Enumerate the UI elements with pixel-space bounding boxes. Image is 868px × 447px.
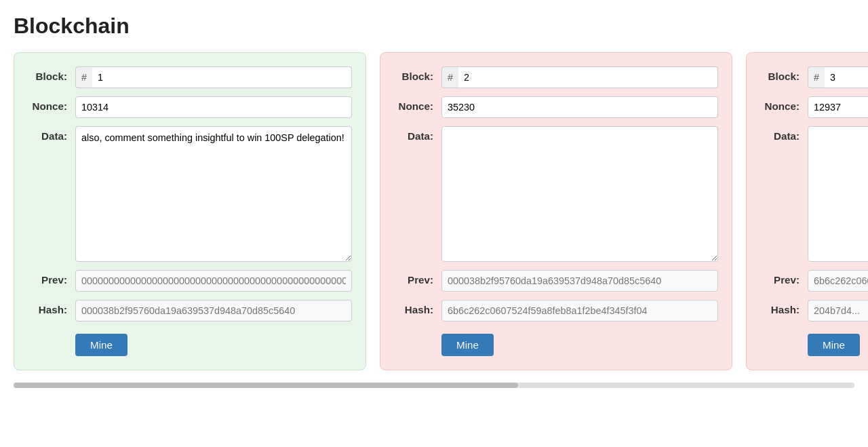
data-label: Data: <box>394 126 441 142</box>
nonce-input-wrapper <box>808 96 868 118</box>
prev-row: Prev: <box>394 270 718 292</box>
hash-prefix-symbol: # <box>441 66 458 88</box>
data-input-wrapper <box>808 126 868 262</box>
block-label: Block: <box>760 66 808 82</box>
data-label: Data: <box>28 126 75 142</box>
hash-value-input[interactable] <box>808 300 868 322</box>
hash-input-wrapper <box>75 300 352 322</box>
scrollbar-track[interactable] <box>14 383 854 388</box>
prev-hash-input[interactable] <box>75 270 352 292</box>
data-textarea[interactable] <box>441 126 718 262</box>
block-label: Block: <box>394 66 441 82</box>
nonce-input[interactable] <box>441 96 718 118</box>
block-card-3: Block: # Nonce: Data: <box>746 52 868 370</box>
hash-prefix-symbol: # <box>75 66 92 88</box>
hash-label: Hash: <box>394 300 441 315</box>
hash-row: Hash: <box>394 300 718 322</box>
prev-hash-input[interactable] <box>441 270 718 292</box>
blocks-container: Block: # Nonce: Data: also, comment some… <box>14 52 854 370</box>
hash-label: Hash: <box>28 300 75 315</box>
data-row: Data: also, comment something insightful… <box>28 126 352 262</box>
hash-value-input[interactable] <box>75 300 352 322</box>
prev-input-wrapper <box>75 270 352 292</box>
hash-label: Hash: <box>760 300 808 315</box>
mine-button[interactable]: Mine <box>808 334 860 356</box>
hash-value-input[interactable] <box>441 300 718 322</box>
block-input-wrapper: # <box>808 66 868 88</box>
data-textarea[interactable] <box>808 126 868 262</box>
prev-label: Prev: <box>394 270 441 286</box>
scrollbar-thumb[interactable] <box>14 383 518 388</box>
hash-prefix-symbol: # <box>808 66 825 88</box>
block-card-1: Block: # Nonce: Data: also, comment some… <box>14 52 366 370</box>
data-input-wrapper: also, comment something insightful to wi… <box>75 126 352 262</box>
block-row: Block: # <box>28 66 352 88</box>
block-input-wrapper: # <box>75 66 352 88</box>
block-number-input[interactable] <box>825 66 868 88</box>
nonce-label: Nonce: <box>394 96 441 112</box>
hash-input-wrapper <box>441 300 718 322</box>
data-input-wrapper <box>441 126 718 262</box>
nonce-input[interactable] <box>75 96 352 118</box>
nonce-input-wrapper <box>441 96 718 118</box>
hash-row: Hash: <box>760 300 868 322</box>
mine-btn-row: Mine <box>760 330 868 356</box>
data-textarea[interactable]: also, comment something insightful to wi… <box>75 126 352 262</box>
nonce-label: Nonce: <box>28 96 75 112</box>
prev-row: Prev: <box>760 270 868 292</box>
prev-row: Prev: <box>28 270 352 292</box>
hash-row: Hash: <box>28 300 352 322</box>
data-row: Data: <box>394 126 718 262</box>
prev-hash-input[interactable] <box>808 270 868 292</box>
block-row: Block: # <box>760 66 868 88</box>
mine-btn-row: Mine <box>28 330 352 356</box>
nonce-row: Nonce: <box>394 96 718 118</box>
block-input-wrapper: # <box>441 66 718 88</box>
block-label: Block: <box>28 66 75 82</box>
nonce-input-wrapper <box>75 96 352 118</box>
prev-label: Prev: <box>760 270 808 286</box>
hash-input-wrapper <box>808 300 868 322</box>
mine-button[interactable]: Mine <box>75 334 127 356</box>
prev-input-wrapper <box>808 270 868 292</box>
nonce-row: Nonce: <box>760 96 868 118</box>
prev-label: Prev: <box>28 270 75 286</box>
page-title: Blockchain <box>14 14 854 39</box>
block-row: Block: # <box>394 66 718 88</box>
mine-btn-row: Mine <box>394 330 718 356</box>
data-label: Data: <box>760 126 808 142</box>
block-number-input[interactable] <box>458 66 718 88</box>
block-number-input[interactable] <box>92 66 352 88</box>
nonce-input[interactable] <box>808 96 868 118</box>
mine-button[interactable]: Mine <box>441 334 494 356</box>
block-card-2: Block: # Nonce: Data: <box>380 52 732 370</box>
prev-input-wrapper <box>441 270 718 292</box>
nonce-label: Nonce: <box>760 96 808 112</box>
nonce-row: Nonce: <box>28 96 352 118</box>
data-row: Data: <box>760 126 868 262</box>
